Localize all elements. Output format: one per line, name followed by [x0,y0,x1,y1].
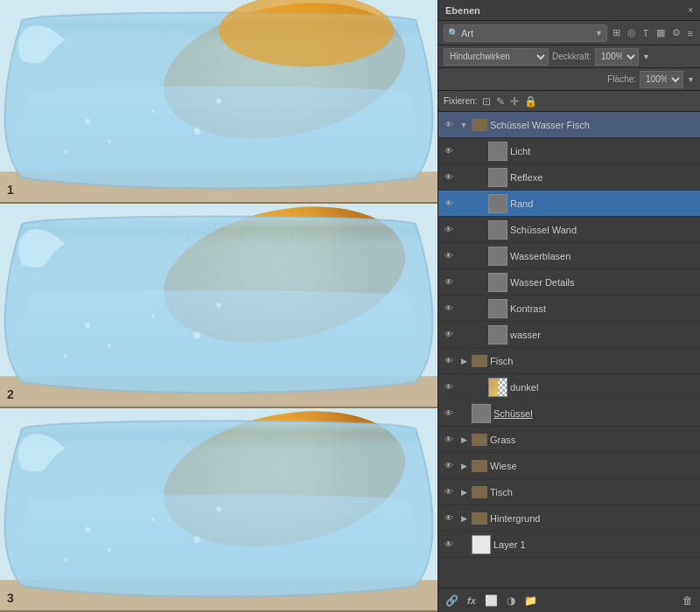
expand-icon[interactable] [458,539,469,550]
layer-item[interactable]: 👁▶Grass [438,427,700,453]
opacity-arrow[interactable]: ▼ [642,52,650,61]
fill-row: Fläche: 100% 75% ▼ [438,68,700,91]
layer-thumbnail [472,486,487,498]
layer-item[interactable]: 👁Layer 1 [438,532,700,558]
expand-icon[interactable]: ▶ [458,356,469,366]
layer-item[interactable]: 👁Schüssel Wand [438,217,700,243]
layer-name: Kontrast [510,303,696,314]
layer-item[interactable]: 👁▼Schüssel Wasser Fisch [438,112,700,138]
opacity-label: Deckkraft: [552,52,592,61]
layer-thumbnail [472,355,487,367]
eye-visibility-icon[interactable]: 👁 [442,485,456,499]
section-number-1: 1 [7,183,14,197]
panel-close-button[interactable]: × [688,5,693,15]
expand-icon[interactable] [458,408,469,419]
fill-label: Fläche: [607,74,636,84]
eye-visibility-icon[interactable]: 👁 [442,354,456,368]
layer-item[interactable]: 👁Kontrast [438,296,700,322]
eye-visibility-icon[interactable]: 👁 [442,249,456,263]
expand-icon[interactable]: ▼ [458,120,469,130]
layer-item[interactable]: 👁wasser [438,322,700,348]
layer-item[interactable]: 👁▶Wiese [438,453,700,479]
eye-visibility-icon[interactable]: 👁 [442,433,456,447]
eye-visibility-icon[interactable]: 👁 [442,459,456,473]
layer-item[interactable]: 👁Wasserblasen [438,243,700,269]
circle-filter-icon[interactable]: ◎ [626,26,638,39]
search-box[interactable]: 🔍 ▼ [444,24,607,42]
layer-thumbnail [488,299,508,318]
layer-item[interactable]: 👁▶Tisch [438,479,700,505]
expand-icon[interactable] [458,172,469,183]
expand-icon[interactable] [458,330,469,340]
layer-name: Layer 1 [494,539,696,550]
eye-visibility-icon[interactable]: 👁 [442,302,456,316]
eye-visibility-icon[interactable]: 👁 [442,538,456,552]
expand-icon[interactable] [458,251,469,261]
dropdown-arrow[interactable]: ▼ [595,29,603,38]
add-mask-icon[interactable]: ⬜ [483,593,500,609]
eye-visibility-icon[interactable]: 👁 [442,275,456,289]
expand-icon[interactable] [458,382,469,393]
blend-mode-row: Hindurchwirken Normal Multiplizieren Dec… [438,45,700,68]
expand-icon[interactable] [458,146,469,156]
search-icon: 🔍 [448,28,458,38]
more-options-icon[interactable]: ≡ [686,27,695,39]
expand-icon[interactable]: ▶ [458,461,469,471]
eye-visibility-icon[interactable]: 👁 [442,197,456,211]
eye-visibility-icon[interactable]: 👁 [442,511,456,525]
eye-visibility-icon[interactable]: 👁 [442,328,456,342]
layer-item[interactable]: 👁Rand [438,191,700,217]
fix-label: Fixieren: [444,96,477,106]
layer-item[interactable]: 👁dunkel [438,374,700,400]
adjustment-filter-icon[interactable]: ⚙ [670,26,682,39]
layer-name: Rand [510,198,696,209]
eye-visibility-icon[interactable]: 👁 [442,407,456,421]
layer-thumbnail-icon[interactable]: ⊞ [611,26,622,39]
layer-item[interactable]: 👁Wasser Details [438,269,700,296]
fix-brush-icon[interactable]: ✎ [496,95,505,108]
new-group-icon[interactable]: 📁 [522,593,539,609]
canvas-2 [0,204,438,406]
new-layer-icon[interactable]: 🗑 [681,593,695,609]
eye-visibility-icon[interactable]: 👁 [442,170,456,184]
eye-visibility-icon[interactable]: 👁 [442,380,456,394]
image-section-1: 1 [0,0,438,204]
expand-icon[interactable] [458,303,469,314]
search-input[interactable] [461,28,595,38]
gradient-filter-icon[interactable]: ▦ [654,26,667,39]
layer-thumbnail [472,460,487,472]
layer-thumbnail [488,168,508,187]
layer-name: Wasser Details [510,277,696,288]
fx-icon[interactable]: fx [466,594,478,608]
eye-visibility-icon[interactable]: 👁 [442,144,456,158]
expand-icon[interactable]: ▶ [458,513,469,524]
eye-visibility-icon[interactable]: 👁 [442,118,456,132]
expand-icon[interactable]: ▶ [458,487,469,497]
fix-lock-square-icon[interactable]: ⊡ [482,95,491,108]
layer-item[interactable]: 👁Reflexe [438,164,700,191]
expand-icon[interactable]: ▶ [458,435,469,445]
fill-dropdown[interactable]: 100% 75% [640,71,683,88]
layer-item[interactable]: 👁Schüssel [438,400,700,427]
expand-icon[interactable] [458,198,469,209]
layer-item[interactable]: 👁Licht [438,138,700,164]
expand-icon[interactable] [458,277,469,288]
panel-header: Ebenen × [438,0,700,21]
expand-icon[interactable] [458,225,469,235]
link-layers-icon[interactable]: 🔗 [444,593,460,609]
fix-lock-icon[interactable]: 🔒 [524,95,537,108]
layer-thumbnail [472,512,487,525]
fix-row: Fixieren: ⊡ ✎ ✛ 🔒 [438,91,700,112]
add-adjustment-icon[interactable]: ◑ [505,593,517,609]
blend-mode-dropdown[interactable]: Hindurchwirken Normal Multiplizieren [444,48,549,66]
eye-visibility-icon[interactable]: 👁 [442,223,456,237]
fix-move-icon[interactable]: ✛ [510,95,519,108]
fill-arrow[interactable]: ▼ [687,75,695,84]
layer-item[interactable]: 👁▶Fisch [438,348,700,374]
layer-item[interactable]: 👁▶Hintergrund [438,505,700,532]
opacity-dropdown[interactable]: 100% 75% 50% [595,48,639,66]
text-filter-icon[interactable]: T [641,27,651,39]
layer-name: Tisch [490,487,696,497]
layer-name: Grass [490,435,696,445]
layer-thumbnail [488,220,508,240]
